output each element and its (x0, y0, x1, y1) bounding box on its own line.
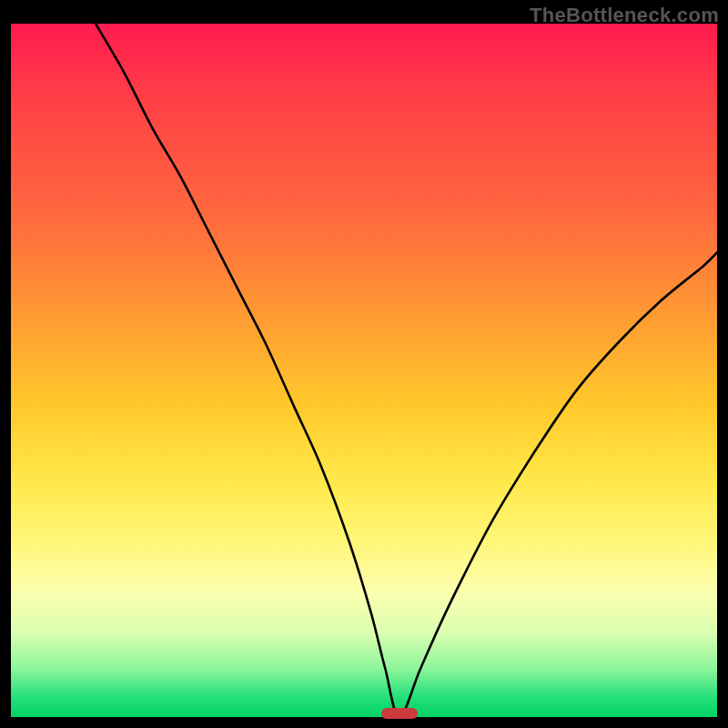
plot-area (11, 24, 717, 717)
bottleneck-curve (11, 24, 717, 717)
curve-path (96, 24, 717, 717)
minimum-marker-pill (381, 708, 418, 719)
chart-frame: TheBottleneck.com (0, 0, 728, 728)
watermark-text: TheBottleneck.com (530, 4, 719, 27)
